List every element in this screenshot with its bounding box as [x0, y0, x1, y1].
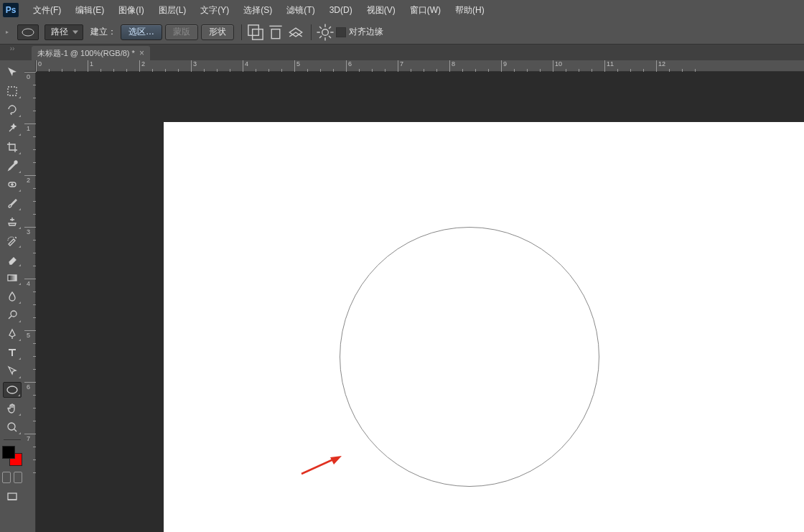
history-brush-tool[interactable] [3, 233, 22, 248]
app-logo: Ps [3, 3, 19, 17]
options-bar: ▸ 路径 建立： 选区… 蒙版 形状 对齐边缘 [0, 20, 804, 45]
type-tool[interactable] [3, 345, 22, 360]
menu-select[interactable]: 选择(S) [236, 0, 279, 20]
eyedropper-tool[interactable] [3, 158, 22, 174]
workspace: 0123456789101112 01234567 Bai du 经 jingy… [0, 60, 804, 532]
annotation-arrow [300, 454, 343, 479]
close-icon[interactable]: × [139, 48, 144, 58]
align-edges-label: 对齐边缘 [349, 26, 383, 38]
svg-line-14 [302, 459, 333, 474]
ruler-tick: 6 [24, 382, 36, 391]
menu-window[interactable]: 窗口(W) [403, 0, 448, 20]
svg-rect-2 [253, 29, 263, 39]
lasso-tool[interactable] [3, 102, 22, 118]
ellipse-shape-tool[interactable] [3, 382, 22, 398]
document-canvas[interactable]: Bai du 经 jingyan.baidu.com [164, 122, 804, 532]
crop-tool[interactable] [3, 139, 22, 155]
separator [241, 24, 242, 40]
svg-point-12 [8, 423, 15, 430]
svg-point-7 [14, 161, 17, 164]
toolbar-collapse-icon[interactable]: ›› [0, 45, 24, 52]
foreground-color-swatch[interactable] [2, 446, 15, 459]
gradient-tool[interactable] [3, 270, 22, 286]
menu-filter[interactable]: 滤镜(T) [279, 0, 322, 20]
zoom-tool[interactable] [3, 419, 22, 435]
blur-tool[interactable] [3, 289, 22, 304]
ruler-tick: 3 [24, 227, 36, 235]
color-swatches[interactable] [2, 446, 22, 466]
gear-icon[interactable] [316, 24, 335, 41]
ruler-tick: 12 [656, 60, 665, 72]
menu-edit[interactable]: 编辑(E) [68, 0, 111, 20]
ruler-tick: 9 [501, 60, 507, 72]
ruler-tick: 6 [346, 60, 352, 72]
svg-marker-15 [330, 456, 342, 465]
svg-point-0 [22, 29, 34, 36]
menu-bar: Ps 文件(F) 编辑(E) 图像(I) 图层(L) 文字(Y) 选择(S) 滤… [0, 0, 804, 20]
healing-brush-tool[interactable] [3, 177, 22, 192]
make-selection-button[interactable]: 选区… [121, 24, 162, 40]
menu-layer[interactable]: 图层(L) [151, 0, 194, 20]
draw-mode-value: 路径 [51, 26, 68, 38]
screen-mode-tool[interactable] [3, 489, 22, 505]
vertical-ruler[interactable]: 01234567 [24, 72, 36, 532]
ruler-tick: 10 [553, 60, 562, 72]
standard-mode-icon[interactable] [2, 472, 11, 483]
move-tool[interactable] [3, 65, 22, 80]
ruler-tick: 4 [243, 60, 248, 72]
ruler-tick: 3 [191, 60, 197, 72]
pen-tool[interactable] [3, 326, 22, 342]
svg-text:Bai: Bai [629, 522, 660, 532]
dodge-tool[interactable] [3, 307, 22, 323]
canvas-area: 0123456789101112 01234567 Bai du 经 jingy… [24, 60, 804, 532]
tool-separator [4, 439, 21, 440]
svg-rect-9 [8, 275, 17, 281]
ruler-tick: 1 [24, 123, 36, 132]
menu-view[interactable]: 视图(V) [360, 0, 403, 20]
document-tab[interactable]: 未标题-1 @ 100%(RGB/8) * × [32, 46, 150, 60]
menu-help[interactable]: 帮助(H) [448, 0, 492, 20]
ruler-tick: 11 [604, 60, 614, 72]
draw-mode-dropdown[interactable]: 路径 [45, 24, 83, 40]
svg-point-17 [731, 503, 739, 510]
quick-mask-mode-icon[interactable] [14, 472, 22, 483]
ruler-origin[interactable] [24, 60, 36, 72]
menu-3d[interactable]: 3D(D) [322, 0, 360, 20]
path-alignment-icon[interactable] [266, 24, 285, 41]
align-edges-checkbox[interactable] [336, 27, 346, 37]
tool-preset-ellipse[interactable] [17, 24, 39, 40]
svg-text:du: du [660, 522, 685, 532]
build-label: 建立： [90, 26, 116, 38]
svg-point-19 [742, 509, 751, 522]
ruler-tick: 5 [24, 330, 36, 339]
svg-point-5 [322, 29, 329, 35]
svg-rect-13 [8, 493, 17, 500]
svg-text:经: 经 [752, 524, 764, 532]
path-operations-icon[interactable] [246, 24, 265, 41]
menu-type[interactable]: 文字(Y) [193, 0, 236, 20]
document-tab-bar: 未标题-1 @ 100%(RGB/8) * × [0, 45, 804, 60]
path-selection-tool[interactable] [3, 363, 22, 379]
marquee-tool[interactable] [3, 83, 22, 99]
path-arrangement-icon[interactable] [286, 24, 305, 41]
menu-file[interactable]: 文件(F) [26, 0, 68, 20]
tool-palette [0, 60, 24, 532]
ruler-tick: 2 [139, 60, 145, 72]
ruler-tick: 7 [24, 434, 36, 442]
magic-wand-tool[interactable] [3, 121, 22, 136]
watermark-logo: Bai du 经 [629, 500, 764, 532]
brush-tool[interactable] [3, 195, 22, 211]
svg-rect-1 [248, 24, 258, 34]
clone-stamp-tool[interactable] [3, 214, 22, 230]
horizontal-ruler[interactable]: 0123456789101112 [36, 60, 804, 72]
separator [311, 24, 312, 40]
hand-tool[interactable] [3, 401, 22, 416]
ruler-tick: 7 [398, 60, 403, 72]
menu-image[interactable]: 图像(I) [111, 0, 151, 20]
make-shape-button[interactable]: 形状 [201, 24, 234, 40]
eraser-tool[interactable] [3, 251, 22, 267]
svg-point-18 [708, 509, 716, 522]
make-mask-button[interactable]: 蒙版 [165, 24, 198, 40]
ellipse-path[interactable] [340, 227, 599, 487]
options-expand-icon[interactable]: ▸ [6, 29, 13, 36]
